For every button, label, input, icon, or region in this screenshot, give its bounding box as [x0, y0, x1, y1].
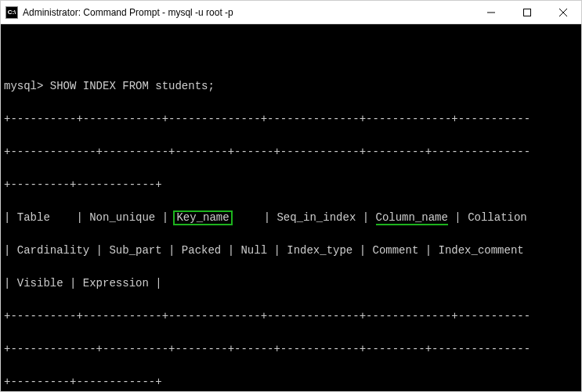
window-controls [473, 1, 581, 24]
maximize-button[interactable] [509, 1, 545, 24]
app-icon: C:\ [5, 6, 18, 19]
separator-line: +---------+------------+ [4, 177, 578, 193]
header-columnname: Column_name [376, 212, 448, 225]
separator-line: +----------+------------+--------------+… [4, 111, 578, 128]
separator-line: +-------------+----------+--------+-----… [4, 341, 578, 358]
header-row: | Table | Non_unique | Key_name | Seq_in… [4, 210, 578, 226]
terminal-area[interactable]: mysql> SHOW INDEX FROM students; +------… [1, 24, 581, 391]
blank-line [4, 45, 578, 62]
prompt-line: mysql> SHOW INDEX FROM students; [4, 78, 578, 95]
window-title: Administrator: Command Prompt - mysql -u… [23, 7, 473, 18]
separator-line: +----------+------------+--------------+… [4, 308, 578, 325]
header-row: | Cardinality | Sub_part | Packed | Null… [4, 243, 578, 259]
separator-line: +---------+------------+ [4, 374, 578, 390]
separator-line: +-------------+----------+--------+-----… [4, 144, 578, 160]
header-row: | Visible | Expression | [4, 275, 578, 292]
header-keyname: Key_name [173, 210, 232, 225]
window-titlebar: C:\ Administrator: Command Prompt - mysq… [1, 1, 581, 24]
minimize-button[interactable] [473, 1, 509, 24]
svg-rect-1 [524, 9, 531, 16]
close-button[interactable] [545, 1, 581, 24]
